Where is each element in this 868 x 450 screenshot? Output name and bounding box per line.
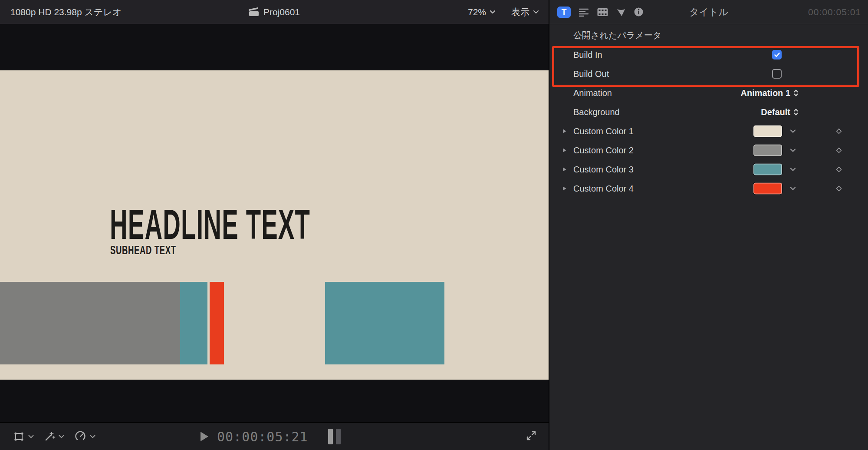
param-row-custom-color-4: Custom Color 4 xyxy=(549,179,868,198)
param-label: Custom Color 1 xyxy=(573,126,634,136)
chevron-down-icon xyxy=(490,10,496,14)
title-inspector-tab[interactable]: T xyxy=(557,7,571,18)
param-row-build-out: Build Out xyxy=(549,64,868,83)
param-label: Build In xyxy=(573,50,602,60)
inspector-toolbar: T xyxy=(549,0,868,24)
chevron-down-icon[interactable] xyxy=(790,187,796,191)
crop-transform-tool-button[interactable] xyxy=(13,430,25,443)
param-row-custom-color-1: Custom Color 1 xyxy=(549,122,868,141)
disclosure-triangle-icon[interactable] xyxy=(562,186,567,191)
checkbox-unchecked[interactable] xyxy=(772,69,782,79)
keyframe-diamond-icon[interactable] xyxy=(835,146,843,154)
cone-fan-inspector-tab[interactable] xyxy=(616,7,626,17)
headline-text: HEADLINE TEXT xyxy=(110,203,310,245)
param-label: Custom Color 4 xyxy=(573,184,634,194)
param-rows: Build InBuild OutAnimationAnimation 1Bac… xyxy=(549,45,868,198)
fullscreen-button[interactable] xyxy=(525,430,537,443)
text-inspector-tab[interactable] xyxy=(578,7,589,17)
clapperboard-icon xyxy=(249,7,259,17)
clip-duration: 00:00:05:01 xyxy=(808,7,861,17)
video-preview: HEADLINE TEXT SUBHEAD TEXT xyxy=(0,70,549,380)
color-swatch[interactable] xyxy=(753,164,782,175)
teal-stripe-graphic xyxy=(180,282,207,364)
param-label: Custom Color 2 xyxy=(573,146,634,156)
viewer-toolbar-right: 72% 表示 xyxy=(468,6,539,18)
param-row-build-in: Build In xyxy=(549,45,868,64)
transport-bar: 00:00:05:21 xyxy=(0,422,549,450)
subhead-text: SUBHEAD TEXT xyxy=(110,244,176,256)
video-inspector-tab[interactable] xyxy=(597,7,608,17)
disclosure-triangle-icon[interactable] xyxy=(562,167,567,172)
red-stripe-graphic xyxy=(210,282,224,364)
viewer-toolbar: 1080p HD 23.98p ステレオ Proj0601 72% xyxy=(0,0,549,24)
popup-button[interactable]: Default xyxy=(761,107,799,117)
zoom-dropdown[interactable]: 72% xyxy=(468,7,496,17)
param-row-animation: AnimationAnimation 1 xyxy=(549,83,868,103)
view-dropdown[interactable]: 表示 xyxy=(511,6,539,18)
teal-block-graphic xyxy=(325,282,444,364)
project-name-label: Proj0601 xyxy=(263,7,300,17)
keyframe-diamond-icon[interactable] xyxy=(835,165,843,173)
color-swatch[interactable] xyxy=(753,126,782,137)
popup-value: Default xyxy=(761,107,790,117)
enhance-wand-button[interactable] xyxy=(43,430,56,443)
inspector-title: タイトル xyxy=(689,6,728,19)
timecode-display: 00:00:05:21 xyxy=(217,429,308,444)
audio-meters-icon[interactable] xyxy=(328,429,341,444)
viewer-canvas: HEADLINE TEXT SUBHEAD TEXT xyxy=(0,24,549,422)
chevron-down-icon[interactable] xyxy=(790,129,796,133)
published-parameters-section: 公開されたパラメータ Build InBuild OutAnimationAni… xyxy=(549,24,868,198)
view-label: 表示 xyxy=(511,6,529,18)
chevron-down-icon[interactable] xyxy=(90,435,95,438)
chevron-down-icon xyxy=(533,10,539,14)
param-label: Animation xyxy=(573,88,612,98)
inspector-tabs: T xyxy=(557,7,644,18)
retime-button[interactable] xyxy=(74,430,87,443)
info-inspector-tab[interactable] xyxy=(634,7,644,17)
disclosure-triangle-icon[interactable] xyxy=(562,148,567,153)
param-label: Background xyxy=(573,107,620,117)
param-label: Custom Color 3 xyxy=(573,165,634,175)
color-swatch[interactable] xyxy=(753,183,782,195)
keyframe-diamond-icon[interactable] xyxy=(835,127,843,135)
inspector-panel: T xyxy=(549,0,868,450)
chevron-down-icon[interactable] xyxy=(790,168,796,172)
popup-button[interactable]: Animation 1 xyxy=(741,88,799,98)
viewer-panel: 1080p HD 23.98p ステレオ Proj0601 72% xyxy=(0,0,549,450)
gray-bar-graphic xyxy=(0,282,180,364)
popup-value: Animation 1 xyxy=(741,88,790,98)
stepper-chevrons-icon xyxy=(793,108,799,116)
param-row-background: BackgroundDefault xyxy=(549,103,868,122)
final-cut-pro-window: 1080p HD 23.98p ステレオ Proj0601 72% xyxy=(0,0,868,450)
param-row-custom-color-2: Custom Color 2 xyxy=(549,141,868,160)
chevron-down-icon[interactable] xyxy=(790,149,796,152)
play-button[interactable] xyxy=(201,432,208,441)
viewer-tools xyxy=(13,430,105,443)
chevron-down-icon[interactable] xyxy=(28,435,34,438)
format-info-label: 1080p HD 23.98p ステレオ xyxy=(10,6,122,18)
disclosure-triangle-icon[interactable] xyxy=(562,129,567,134)
stepper-chevrons-icon xyxy=(793,89,799,97)
checkbox-checked[interactable] xyxy=(772,50,782,60)
keyframe-diamond-icon[interactable] xyxy=(835,185,843,192)
chevron-down-icon[interactable] xyxy=(59,435,64,438)
project-title: Proj0601 xyxy=(249,7,300,17)
color-swatch[interactable] xyxy=(753,145,782,156)
section-header: 公開されたパラメータ xyxy=(549,24,868,45)
param-label: Build Out xyxy=(573,69,609,79)
param-row-custom-color-3: Custom Color 3 xyxy=(549,160,868,179)
zoom-value: 72% xyxy=(468,7,486,17)
